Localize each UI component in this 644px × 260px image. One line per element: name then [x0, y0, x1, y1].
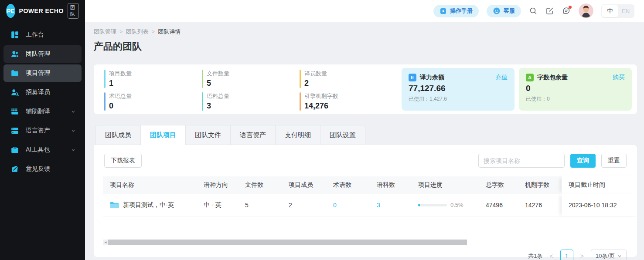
brand-logo[interactable]: PE POWER ECHO 团队	[0, 0, 85, 22]
sidebar-item-ai-toolkit[interactable]: AI工具包	[3, 141, 82, 159]
stat-value: 1	[109, 79, 132, 88]
manual-button[interactable]: 操作手册	[433, 5, 479, 17]
manual-book-icon	[440, 7, 447, 15]
word-card-title: 字数包余量	[537, 74, 613, 81]
chevron-down-icon	[70, 147, 76, 153]
cell-language-direction: 中 - 英	[197, 194, 238, 216]
recharge-link[interactable]: 充值	[495, 74, 508, 81]
pagination-prev-button[interactable]: <	[549, 253, 554, 260]
stat-projects: 项目数量1	[104, 70, 202, 88]
table-row[interactable]: 新项目测试，中-英 中 - 英 5 2 0 3 0.5% 47496 14276…	[103, 194, 637, 216]
stat-label: 项目数量	[109, 70, 132, 78]
stat-terms: 术语总量0	[104, 92, 202, 111]
messages-button[interactable]	[562, 7, 571, 15]
progress-bar	[418, 204, 447, 206]
col-corpus-count: 语料数	[370, 176, 411, 194]
toolbar: 下载报表 查询 重置	[94, 145, 637, 168]
top-header: 操作手册 客服 中 EN	[85, 0, 644, 22]
stat-corpus: 语料总量3	[202, 92, 300, 111]
ai-toolkit-icon	[10, 145, 19, 154]
scrollbar-thumb[interactable]	[108, 240, 467, 245]
team-detail-tabs: 团队成员 团队项目 团队文件 语言资产 支付明细 团队设置	[95, 125, 365, 145]
breadcrumb-team-management[interactable]: 团队管理	[94, 28, 116, 35]
sidebar-item-feedback[interactable]: 意见反馈	[3, 160, 82, 178]
tab-payment-details[interactable]: 支付明细	[276, 125, 320, 145]
corpus-count-link[interactable]: 3	[377, 202, 380, 209]
brand-badge: 团队	[68, 3, 79, 19]
horizontal-scrollbar[interactable]: ◄	[103, 240, 637, 245]
language-toggle: 中 EN	[601, 4, 634, 18]
breadcrumb-team-list[interactable]: 团队列表	[126, 28, 149, 35]
stat-accent-bar	[202, 70, 203, 88]
sidebar-item-team-management[interactable]: 团队管理	[3, 45, 82, 63]
sidebar-item-label: 工作台	[26, 31, 76, 39]
stat-label: 译员数量	[304, 70, 327, 78]
stat-value: 14,276	[304, 101, 338, 111]
sidebar-item-label: AI工具包	[26, 146, 70, 154]
sidebar-item-label: 意见反馈	[26, 165, 76, 173]
avatar[interactable]	[579, 3, 593, 18]
tab-language-assets[interactable]: 语言资产	[231, 125, 276, 145]
sidebar-item-label: 语言资产	[26, 127, 70, 135]
pagination-page-1[interactable]: 1	[560, 250, 573, 260]
col-deadline: 项目截止时间	[562, 176, 637, 194]
stats-grid: 项目数量1 文件数量5 译员数量2 术语总量0 语料总量3 引擎机翻字数14,2…	[104, 70, 397, 109]
stats-card: 项目数量1 文件数量5 译员数量2 术语总量0 语料总量3 引擎机翻字数14,2…	[94, 64, 637, 114]
tab-team-members[interactable]: 团队成员	[95, 125, 141, 145]
query-button[interactable]: 查询	[570, 154, 596, 168]
chevron-down-icon	[617, 254, 622, 258]
pagination-total: 共1条	[528, 252, 542, 260]
col-term-count: 术语数	[326, 176, 370, 194]
project-search-input[interactable]	[478, 154, 565, 168]
sidebar-item-label: 团队管理	[26, 50, 76, 58]
stat-label: 语料总量	[207, 92, 229, 100]
edit-button[interactable]	[545, 7, 554, 15]
table-header-row: 项目名称 语种方向 文件数 项目成员 术语数 语料数 项目进度 总字数 机翻字数…	[103, 176, 637, 194]
breadcrumb: 团队管理>团队列表>团队详情	[85, 22, 644, 36]
project-name-text: 新项目测试，中-英	[123, 201, 174, 209]
main-content: 团队管理>团队列表>团队详情 产品的团队 项目数量1 文件数量5 译员数量2 术…	[85, 22, 644, 260]
chevron-down-icon	[70, 128, 76, 134]
search-button[interactable]	[529, 7, 538, 15]
stat-accent-bar	[104, 70, 106, 88]
stat-label: 文件数量	[207, 70, 229, 78]
support-face-icon	[493, 7, 501, 15]
support-button-label: 客服	[504, 7, 515, 15]
col-project-name: 项目名称	[103, 176, 197, 194]
sidebar-item-language-assets[interactable]: 语言资产	[3, 122, 82, 139]
stat-accent-bar	[300, 92, 301, 111]
download-report-button[interactable]: 下载报表	[104, 154, 142, 168]
scrollbar-left-arrow-icon[interactable]: ◄	[103, 240, 108, 245]
team-projects-panel: 下载报表 查询 重置 项目名称 语种方向 文件数 项目成员 术语数 语料数 项目…	[94, 145, 637, 257]
buy-link[interactable]: 购买	[613, 74, 625, 81]
sidebar-item-recruit-translators[interactable]: 招募译员	[3, 84, 82, 101]
sidebar-item-label: 招募译员	[26, 88, 76, 96]
pagination-next-button[interactable]: >	[579, 253, 585, 260]
tab-team-projects[interactable]: 团队项目	[141, 125, 186, 145]
stat-files: 文件数量5	[202, 70, 300, 88]
sidebar-item-workbench[interactable]: 工作台	[3, 26, 82, 44]
cell-project-progress: 0.5%	[411, 194, 479, 216]
breadcrumb-separator: >	[119, 28, 123, 35]
page-size-select[interactable]: 10条/页	[591, 250, 627, 260]
term-count-link[interactable]: 0	[333, 202, 337, 209]
tab-team-settings[interactable]: 团队设置	[320, 125, 365, 145]
stat-label: 术语总量	[109, 92, 132, 100]
col-mt-words: 机翻字数	[518, 176, 562, 194]
cell-deadline: 2023-06-10 18:32	[562, 194, 637, 216]
tab-team-files[interactable]: 团队文件	[186, 125, 231, 145]
project-folder-icon	[110, 201, 119, 209]
support-button[interactable]: 客服	[487, 5, 521, 17]
lang-en-option[interactable]: EN	[618, 5, 634, 17]
cell-file-count: 5	[238, 194, 282, 216]
chevron-down-icon	[70, 108, 76, 115]
cell-project-members: 2	[282, 194, 326, 216]
sidebar-item-assisted-translation[interactable]: 辅助翻译	[3, 103, 82, 120]
breadcrumb-team-detail: 团队详情	[158, 28, 181, 35]
edit-icon	[545, 7, 554, 15]
lang-zh-option[interactable]: 中	[602, 5, 618, 17]
cell-project-name[interactable]: 新项目测试，中-英	[103, 194, 197, 216]
reset-button[interactable]: 重置	[601, 154, 627, 168]
power-balance-value: 77,127.66	[409, 84, 508, 93]
sidebar-item-project-management[interactable]: 项目管理	[3, 64, 82, 82]
